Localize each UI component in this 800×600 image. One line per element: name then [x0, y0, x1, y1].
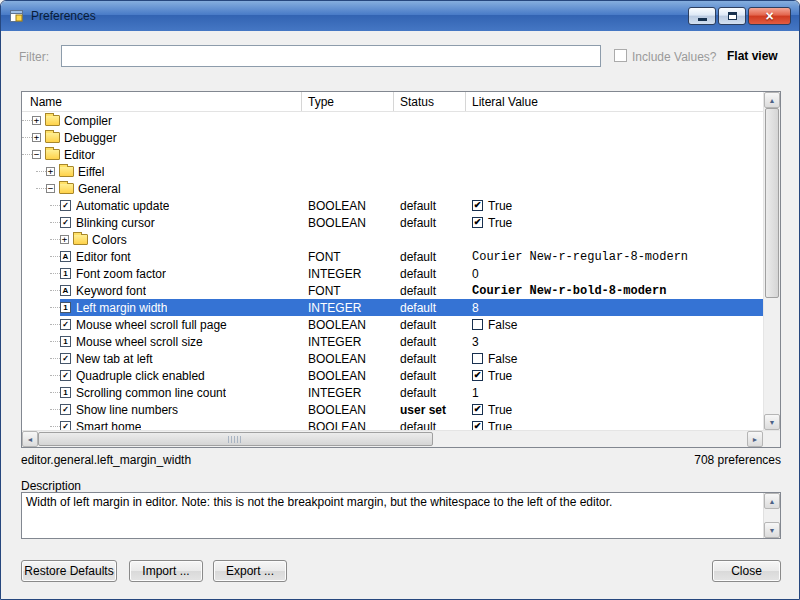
row-type: BOOLEAN	[302, 401, 394, 418]
row-label: Font zoom factor	[76, 267, 166, 281]
row-label: Colors	[92, 233, 127, 247]
expand-icon[interactable]: +	[32, 133, 41, 142]
scroll-up-button[interactable]: ▲	[764, 92, 780, 108]
row-status: default	[394, 214, 466, 231]
row-label: Debugger	[64, 131, 117, 145]
value-checkbox[interactable]	[472, 319, 483, 330]
row-value: True	[466, 418, 763, 430]
maximize-button[interactable]	[718, 7, 746, 25]
tree-row[interactable]: −Editor	[22, 146, 763, 163]
tree-row[interactable]: AEditor fontFONTdefaultCourier New-r-reg…	[22, 248, 763, 265]
column-header-status[interactable]: Status	[394, 92, 466, 111]
scrollbar-corner	[763, 431, 780, 447]
value-checkbox[interactable]	[472, 200, 483, 211]
include-values-checkbox[interactable]	[614, 49, 627, 62]
window-close-button[interactable]: ×	[748, 7, 791, 25]
tree-row[interactable]: ✓Automatic updateBOOLEANdefaultTrue	[22, 197, 763, 214]
close-button[interactable]: Close	[712, 560, 781, 582]
value-text: True	[488, 403, 512, 417]
vertical-scrollbar-thumb[interactable]	[765, 108, 779, 298]
tree-row[interactable]: +Compiler	[22, 112, 763, 129]
column-header-literal-value[interactable]: Literal Value	[466, 92, 763, 111]
row-value: False	[466, 316, 763, 333]
tree-row[interactable]: +Colors	[22, 231, 763, 248]
value-text: 8	[472, 301, 479, 315]
row-value: Courier New-r-regular-8-modern	[466, 248, 763, 265]
collapse-icon[interactable]: −	[46, 184, 55, 193]
tree-row[interactable]: ✓Smart homeBOOLEANdefaultTrue	[22, 418, 763, 430]
vertical-scrollbar[interactable]: ▲ ▼	[763, 92, 780, 430]
value-checkbox[interactable]	[472, 404, 483, 415]
description-scroll-down-button[interactable]: ▼	[764, 522, 780, 538]
tree-row[interactable]: +Eiffel	[22, 163, 763, 180]
description-box: Width of left margin in editor. Note: th…	[21, 492, 781, 539]
tree-row[interactable]: AKeyword fontFONTdefaultCourier New-r-bo…	[22, 282, 763, 299]
tree-row[interactable]: +Debugger	[22, 129, 763, 146]
row-value	[466, 231, 763, 248]
export-button[interactable]: Export ...	[213, 560, 287, 582]
minimize-button[interactable]	[688, 7, 716, 25]
folder-icon	[45, 115, 60, 126]
row-status: default	[394, 248, 466, 265]
tree-row[interactable]: ✓New tab at leftBOOLEANdefaultFalse	[22, 350, 763, 367]
restore-defaults-button[interactable]: Restore Defaults	[21, 560, 117, 582]
row-type: INTEGER	[302, 265, 394, 282]
boolean-pref-icon: ✓	[60, 404, 71, 415]
row-status	[394, 129, 466, 146]
expand-icon[interactable]: +	[32, 116, 41, 125]
expand-icon[interactable]: +	[60, 235, 69, 244]
row-value: Courier New-r-bold-8-modern	[466, 282, 763, 299]
horizontal-scrollbar[interactable]: ◄ ►	[22, 431, 763, 447]
tree-row[interactable]: ✓Mouse wheel scroll full pageBOOLEANdefa…	[22, 316, 763, 333]
tree-row[interactable]: 1Scrolling common line countINTEGERdefau…	[22, 384, 763, 401]
tree-row[interactable]: ✓Show line numbersBOOLEANuser setTrue	[22, 401, 763, 418]
row-value: True	[466, 401, 763, 418]
row-label: Quadruple click enabled	[76, 369, 205, 383]
column-header-name[interactable]: Name	[22, 92, 302, 111]
row-label: Eiffel	[78, 165, 104, 179]
row-status	[394, 163, 466, 180]
font-pref-icon: A	[60, 285, 71, 296]
row-label: Blinking cursor	[76, 216, 155, 230]
tree-row[interactable]: ✓Quadruple click enabledBOOLEANdefaultTr…	[22, 367, 763, 384]
row-type: FONT	[302, 282, 394, 299]
flat-view-button[interactable]: Flat view	[727, 49, 778, 63]
value-checkbox[interactable]	[472, 217, 483, 228]
expand-icon[interactable]: +	[46, 167, 55, 176]
scroll-right-button[interactable]: ►	[747, 431, 763, 447]
column-header-type[interactable]: Type	[302, 92, 394, 111]
description-scroll-up-button[interactable]: ▲	[764, 493, 780, 509]
row-status: default	[394, 418, 466, 430]
row-status: default	[394, 367, 466, 384]
scroll-left-button[interactable]: ◄	[22, 431, 38, 447]
row-status	[394, 231, 466, 248]
description-scrollbar[interactable]: ▲ ▼	[763, 493, 780, 538]
row-type: BOOLEAN	[302, 418, 394, 430]
collapse-icon[interactable]: −	[32, 150, 41, 159]
value-text: True	[488, 369, 512, 383]
row-value: 3	[466, 333, 763, 350]
scroll-left-icon: ◄	[27, 436, 34, 443]
horizontal-scrollbar-thumb[interactable]	[38, 432, 433, 446]
value-checkbox[interactable]	[472, 421, 483, 430]
preferences-icon	[9, 8, 25, 24]
tree-row[interactable]: −General	[22, 180, 763, 197]
integer-pref-icon: 1	[60, 302, 71, 313]
filter-input[interactable]	[61, 45, 601, 67]
tree-row[interactable]: 1Mouse wheel scroll sizeINTEGERdefault3	[22, 333, 763, 350]
row-status: default	[394, 333, 466, 350]
value-checkbox[interactable]	[472, 370, 483, 381]
row-value: 0	[466, 265, 763, 282]
row-status	[394, 180, 466, 197]
tree-row[interactable]: 1Font zoom factorINTEGERdefault0	[22, 265, 763, 282]
scroll-down-button[interactable]: ▼	[764, 414, 780, 430]
import-button[interactable]: Import ...	[129, 560, 203, 582]
value-checkbox[interactable]	[472, 353, 483, 364]
folder-icon	[59, 166, 74, 177]
tree-row[interactable]: ✓Blinking cursorBOOLEANdefaultTrue	[22, 214, 763, 231]
row-value	[466, 180, 763, 197]
row-value: True	[466, 214, 763, 231]
row-type	[302, 112, 394, 129]
tree-row[interactable]: 1Left margin widthINTEGERdefault8	[22, 299, 763, 316]
row-status: default	[394, 350, 466, 367]
